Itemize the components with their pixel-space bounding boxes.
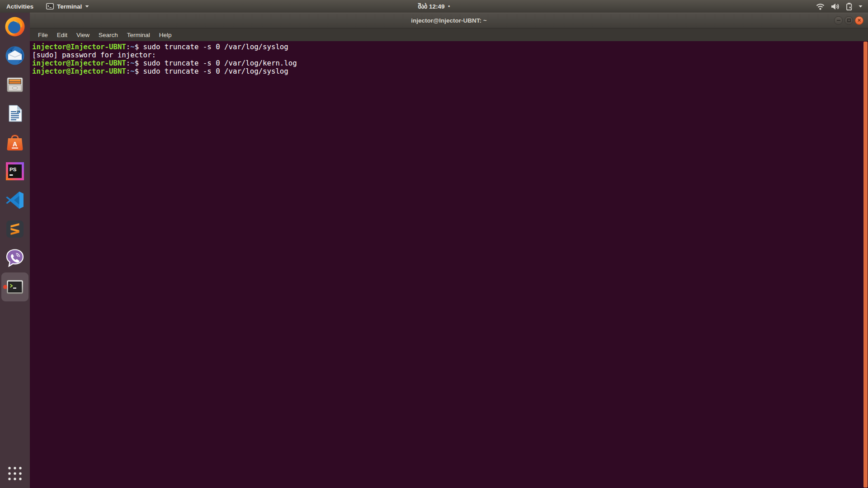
dock-item-phpstorm[interactable]: PS <box>1 160 28 183</box>
dock-item-viber[interactable] <box>1 247 28 269</box>
firefox-icon <box>4 16 26 38</box>
activities-button[interactable]: Activities <box>6 0 33 13</box>
clock-button[interactable]: შაბ 12:49 ● <box>418 0 450 13</box>
system-tray-button[interactable] <box>816 0 868 13</box>
libreoffice-writer-icon <box>4 103 26 124</box>
maximize-icon <box>847 19 851 22</box>
dock-item-libreoffice-writer[interactable] <box>1 102 28 125</box>
close-button[interactable]: × <box>855 16 863 25</box>
terminal-body[interactable]: injector@Injector-UBNT:~$ sudo truncate … <box>30 41 868 488</box>
terminal-window: injector@Injector-UBNT: ~ × FileEditView… <box>30 13 868 488</box>
dock-item-ubuntu-software[interactable]: A <box>1 131 28 154</box>
maximize-button[interactable] <box>844 16 853 25</box>
terminal-output: injector@Injector-UBNT:~$ sudo truncate … <box>32 43 861 75</box>
dock-item-terminal[interactable] <box>1 272 28 301</box>
minimize-button[interactable] <box>834 16 843 25</box>
svg-text:A: A <box>13 141 17 148</box>
viber-icon <box>4 247 26 269</box>
menu-file[interactable]: File <box>33 32 52 38</box>
vscode-icon <box>4 189 26 211</box>
chevron-down-icon <box>859 5 863 8</box>
scrollbar-thumb[interactable] <box>863 42 868 488</box>
menu-edit[interactable]: Edit <box>52 32 72 38</box>
menu-help[interactable]: Help <box>155 32 176 38</box>
files-icon <box>4 74 26 95</box>
dock-item-firefox[interactable] <box>1 15 28 38</box>
window-title: injector@Injector-UBNT: ~ <box>411 17 486 24</box>
notification-dot-icon: ● <box>448 5 450 8</box>
wifi-icon <box>816 3 825 10</box>
svg-text:PS: PS <box>9 167 17 172</box>
thunderbird-icon <box>4 45 26 66</box>
volume-icon <box>830 3 840 10</box>
terminal-mini-icon <box>46 3 54 9</box>
app-menu-button[interactable]: Terminal <box>46 0 89 13</box>
scrollbar[interactable] <box>863 41 868 488</box>
window-controls: × <box>834 13 863 28</box>
gnome-terminal-icon <box>4 276 26 298</box>
show-applications-button[interactable] <box>7 465 23 483</box>
dock-item-thunderbird[interactable] <box>1 44 28 67</box>
menu-terminal[interactable]: Terminal <box>123 32 155 38</box>
menubar: FileEditViewSearchTerminalHelp <box>30 28 868 41</box>
phpstorm-icon: PS <box>4 160 26 182</box>
menu-search[interactable]: Search <box>94 32 123 38</box>
dock-item-vscode[interactable] <box>1 189 28 211</box>
dock: APS <box>0 13 30 488</box>
terminal-line: [sudo] password for injector: <box>32 51 861 59</box>
dock-item-sublime-text[interactable] <box>1 218 28 240</box>
ubuntu-software-icon: A <box>4 131 26 153</box>
app-menu-label: Terminal <box>57 3 82 10</box>
chevron-down-icon <box>85 5 89 8</box>
titlebar[interactable]: injector@Injector-UBNT: ~ × <box>30 13 868 28</box>
minimize-icon <box>837 20 840 21</box>
terminal-line: injector@Injector-UBNT:~$ sudo truncate … <box>32 43 861 51</box>
menu-view[interactable]: View <box>72 32 94 38</box>
terminal-line: injector@Injector-UBNT:~$ sudo truncate … <box>32 59 861 67</box>
dock-item-files[interactable] <box>1 73 28 96</box>
running-indicator <box>3 285 7 289</box>
battery-charging-icon <box>845 2 853 11</box>
top-bar: Activities Terminal შაბ 12:49 ● <box>0 0 868 13</box>
sublime-text-icon <box>4 218 26 240</box>
clock-text: შაბ 12:49 <box>418 3 445 10</box>
terminal-line: injector@Injector-UBNT:~$ sudo truncate … <box>32 67 861 75</box>
